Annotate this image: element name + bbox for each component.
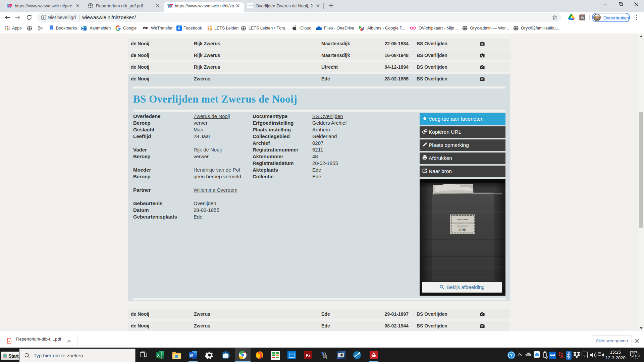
svg-text:X: X [157, 353, 160, 357]
svg-text:DER GEMEENTE: DER GEMEENTE [458, 225, 468, 227]
svg-text:W: W [190, 353, 193, 357]
svg-text:?: ? [510, 353, 513, 358]
svg-text:REGISTER: REGISTER [457, 219, 468, 221]
svg-text:EDE: EDE [459, 228, 466, 232]
svg-text:Fz: Fz [306, 353, 311, 358]
